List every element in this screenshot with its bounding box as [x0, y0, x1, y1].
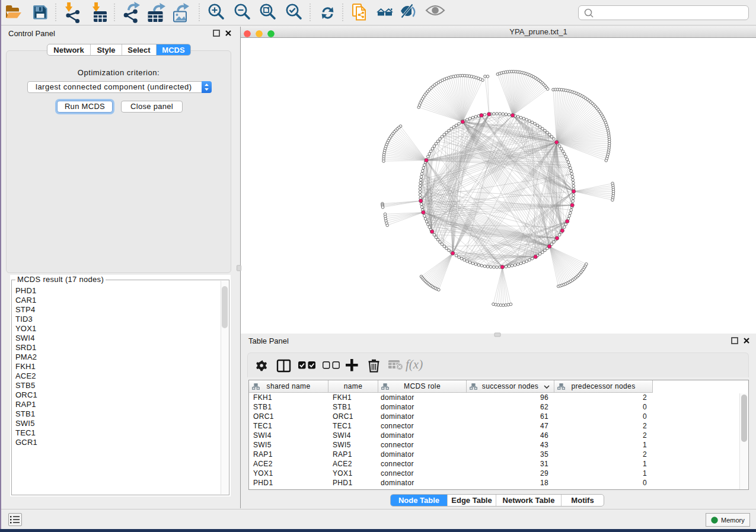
svg-text:f(x): f(x) [406, 357, 423, 371]
